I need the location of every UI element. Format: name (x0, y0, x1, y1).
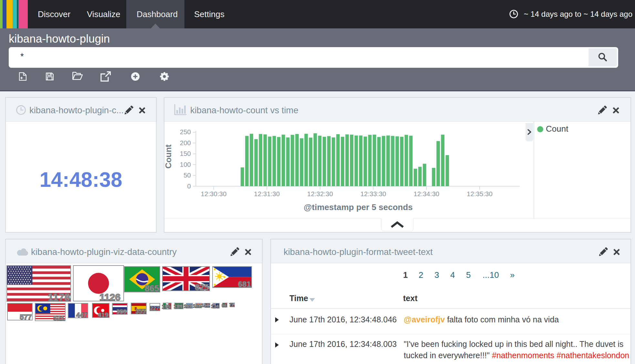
svg-text:12:32:30: 12:32:30 (307, 190, 333, 197)
svg-text:12:30:30: 12:30:30 (201, 190, 227, 197)
svg-text:50: 50 (183, 171, 191, 179)
svg-text:100: 100 (180, 161, 191, 168)
svg-text:0: 0 (187, 182, 191, 190)
svg-text:Count: Count (164, 144, 173, 168)
svg-text:12:33:30: 12:33:30 (360, 190, 386, 197)
svg-text:12:34:30: 12:34:30 (413, 190, 439, 197)
svg-text:@timestamp per 5 seconds: @timestamp per 5 seconds (304, 202, 412, 212)
svg-text:150: 150 (180, 150, 191, 157)
svg-text:12:35:30: 12:35:30 (467, 190, 493, 197)
svg-text:12:31:30: 12:31:30 (254, 190, 280, 197)
svg-text:250: 250 (180, 128, 191, 136)
svg-text:200: 200 (180, 139, 191, 147)
